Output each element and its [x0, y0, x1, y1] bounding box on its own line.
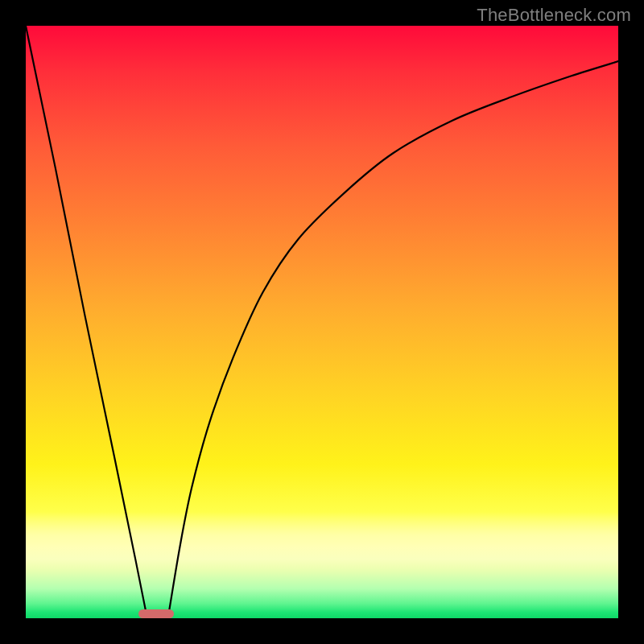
min-marker — [138, 609, 174, 618]
curve-layer — [26, 26, 618, 618]
curve-left-branch — [26, 26, 147, 618]
watermark-text: TheBottleneck.com — [477, 5, 631, 26]
plot-area — [26, 26, 618, 618]
chart-frame: TheBottleneck.com — [0, 0, 644, 644]
curve-right-branch — [168, 61, 618, 618]
